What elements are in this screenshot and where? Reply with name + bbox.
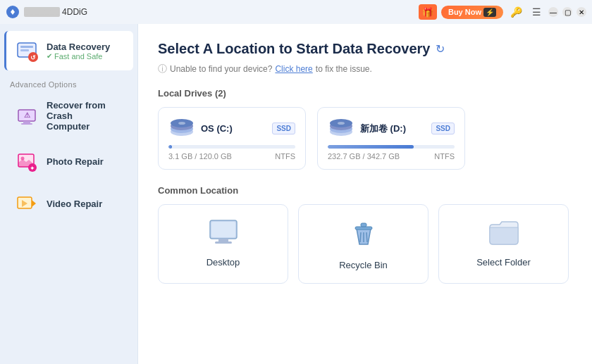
common-location-title: Common Location xyxy=(158,185,572,196)
location-card-recycle[interactable]: Recycle Bin xyxy=(298,204,428,284)
hdd-icon-c xyxy=(168,116,195,141)
location-card-folder[interactable]: Select Folder xyxy=(438,204,569,284)
recycle-bin-label: Recycle Bin xyxy=(339,260,388,270)
page-title: Select A Location to Start Data Recovery xyxy=(158,41,430,57)
app-logo xyxy=(6,5,20,19)
drives-grid: OS (C:) SSD 3.1 GB / 120.0 GB NTFS xyxy=(158,107,572,170)
svg-point-26 xyxy=(338,122,345,125)
titlebar: ■■■■■■■ 4DDiG 🎁 Buy Now ⚡ 🔑 ☰ — ▢ ✕ xyxy=(0,0,592,24)
refresh-icon[interactable]: ↻ xyxy=(436,42,445,56)
svg-line-35 xyxy=(366,232,367,242)
crash-label2: Computer xyxy=(47,121,123,132)
svg-rect-29 xyxy=(218,239,228,241)
drive-card-c[interactable]: OS (C:) SSD 3.1 GB / 120.0 GB NTFS xyxy=(158,107,306,170)
sidebar: ↺ Data Recovery ✔ Fast and Safe Advanced… xyxy=(0,24,138,364)
video-repair-text: Video Repair xyxy=(47,199,102,209)
ssd-badge-c: SSD xyxy=(272,123,295,134)
common-location-grid: Desktop Recycle Bin xyxy=(158,204,572,284)
svg-rect-2 xyxy=(20,46,33,48)
svg-rect-7 xyxy=(23,121,30,123)
svg-rect-8 xyxy=(21,123,32,125)
drive-progress-fill-d xyxy=(328,145,414,149)
drive-card-top-c: OS (C:) SSD xyxy=(168,116,295,141)
menu-button[interactable]: ☰ xyxy=(529,5,544,19)
photo-repair-icon: ✦ xyxy=(15,149,39,173)
device-help-text: ⓘ Unable to find your device? Click here… xyxy=(158,63,572,75)
app-name-text: 4DDiG xyxy=(62,7,87,17)
drive-details-c: 3.1 GB / 120.0 GB NTFS xyxy=(168,152,295,161)
lightning-icon: ⚡ xyxy=(483,8,496,17)
svg-rect-32 xyxy=(361,223,366,227)
sidebar-item-video-repair[interactable]: Video Repair xyxy=(4,184,133,223)
svg-rect-31 xyxy=(355,227,372,230)
buy-now-label: Buy Now xyxy=(448,8,481,16)
drive-info-d: 新加卷 (D:) xyxy=(328,116,406,141)
crash-text: Recover from Crash Computer xyxy=(47,100,123,132)
help-circle-icon: ⓘ xyxy=(158,63,167,75)
svg-line-33 xyxy=(360,232,361,242)
sidebar-item-data-recovery[interactable]: ↺ Data Recovery ✔ Fast and Safe xyxy=(4,31,133,70)
drive-fs-d: NTFS xyxy=(434,152,455,161)
titlebar-left: ■■■■■■■ 4DDiG xyxy=(6,5,87,19)
folder-icon xyxy=(487,218,521,250)
app-body: ↺ Data Recovery ✔ Fast and Safe Advanced… xyxy=(0,24,592,364)
click-here-link[interactable]: Click here xyxy=(275,64,312,74)
crash-icon-wrapper: ⚠ xyxy=(14,103,39,129)
desktop-label: Desktop xyxy=(206,257,240,268)
data-recovery-icon-wrapper: ↺ xyxy=(14,38,39,63)
drive-fs-c: NTFS xyxy=(275,152,295,161)
ssd-badge-d: SSD xyxy=(431,123,455,134)
photo-icon-wrapper: ✦ xyxy=(14,149,39,174)
drive-usage-c: 3.1 GB / 120.0 GB xyxy=(168,152,232,161)
key-icon-button[interactable]: 🔑 xyxy=(507,5,525,19)
video-repair-icon xyxy=(15,192,39,215)
app-title: ■■■■■■■ 4DDiG xyxy=(24,7,87,17)
minimize-button[interactable]: — xyxy=(548,7,558,17)
buy-now-button[interactable]: Buy Now ⚡ xyxy=(441,6,503,19)
drive-progress-bar-d xyxy=(328,145,455,149)
svg-text:↺: ↺ xyxy=(30,54,36,61)
drive-card-top-d: 新加卷 (D:) SSD xyxy=(328,116,455,141)
video-icon-wrapper xyxy=(14,191,39,216)
drive-progress-fill-c xyxy=(168,145,172,149)
desktop-svg xyxy=(207,218,240,246)
drive-card-d[interactable]: 新加卷 (D:) SSD 232.7 GB / 342.7 GB NTFS xyxy=(317,107,465,170)
drive-name-d: 新加卷 (D:) xyxy=(360,123,406,135)
gift-button[interactable]: 🎁 xyxy=(419,4,437,20)
photo-repair-text: Photo Repair xyxy=(47,156,104,167)
titlebar-right: 🎁 Buy Now ⚡ 🔑 ☰ — ▢ ✕ xyxy=(419,4,586,20)
close-button[interactable]: ✕ xyxy=(576,7,586,17)
app-name-blur: ■■■■■■■ xyxy=(24,7,60,17)
recycle-svg xyxy=(348,218,379,249)
page-header: Select A Location to Start Data Recovery… xyxy=(158,41,572,57)
drive-info-c: OS (C:) xyxy=(168,116,233,141)
folder-svg xyxy=(487,218,521,246)
svg-text:✦: ✦ xyxy=(30,165,35,172)
main-content: Select A Location to Start Data Recovery… xyxy=(138,24,592,364)
hdd-svg-c xyxy=(168,116,195,137)
recycle-bin-icon xyxy=(348,218,379,253)
hdd-svg-d xyxy=(328,116,354,137)
svg-text:⚠: ⚠ xyxy=(24,111,30,119)
hdd-icon-d xyxy=(328,116,354,141)
maximize-button[interactable]: ▢ xyxy=(562,7,572,17)
sidebar-item-recover-crash[interactable]: ⚠ Recover from Crash Computer xyxy=(4,93,133,139)
crash-icon: ⚠ xyxy=(15,104,39,128)
data-recovery-sublabel: ✔ Fast and Safe xyxy=(47,52,110,61)
svg-rect-3 xyxy=(20,49,29,51)
data-recovery-icon: ↺ xyxy=(15,39,39,63)
sidebar-item-photo-repair[interactable]: ✦ Photo Repair xyxy=(4,142,133,181)
crash-label: Recover from Crash xyxy=(47,100,123,121)
drive-progress-bar-c xyxy=(168,145,295,149)
desktop-icon xyxy=(207,218,240,250)
video-repair-label: Video Repair xyxy=(47,199,102,209)
location-card-desktop[interactable]: Desktop xyxy=(158,204,288,284)
check-icon: ✔ xyxy=(47,52,52,60)
svg-point-21 xyxy=(178,122,185,125)
photo-repair-label: Photo Repair xyxy=(47,156,104,167)
drive-details-d: 232.7 GB / 342.7 GB NTFS xyxy=(328,152,455,161)
svg-rect-30 xyxy=(215,241,232,244)
data-recovery-text: Data Recovery ✔ Fast and Safe xyxy=(47,42,110,61)
advanced-options-title: Advanced Options xyxy=(0,72,137,92)
select-folder-label: Select Folder xyxy=(476,257,531,268)
